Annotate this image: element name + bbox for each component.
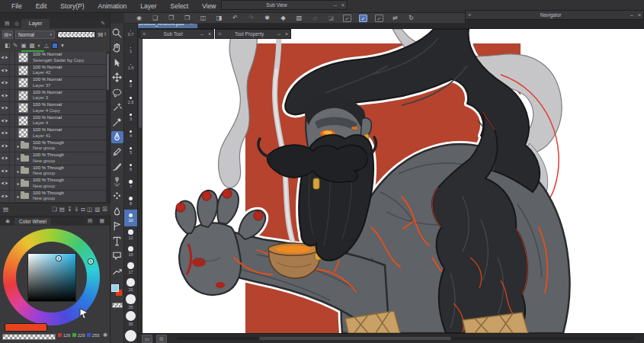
layer-search-icon[interactable]: ◎: [12, 19, 21, 28]
balloon-tool[interactable]: [111, 250, 123, 262]
panel-list-icon[interactable]: ▤: [3, 204, 8, 215]
panel-menu-icon[interactable]: ≡: [466, 12, 473, 18]
layer-row[interactable]: 100 % NormalLayer 4: [0, 115, 107, 128]
settings-icon[interactable]: ✱: [260, 13, 274, 23]
canvas[interactable]: [143, 29, 644, 333]
layer-visible-icon[interactable]: [0, 90, 10, 102]
sv-cursor[interactable]: [56, 256, 61, 261]
transparent-swatch[interactable]: [112, 303, 123, 308]
transparent-color-swatch[interactable]: [2, 334, 56, 340]
rotate-canvas-icon[interactable]: ↻: [404, 13, 418, 23]
brush-size-3[interactable]: 3: [124, 109, 137, 126]
layer-check-cell[interactable]: [10, 140, 15, 152]
canvas-vertical-scrollbar[interactable]: [138, 29, 143, 333]
new-layer-icon[interactable]: ❏: [52, 204, 57, 215]
brush-size-20[interactable]: 20: [124, 277, 137, 293]
layer-visible-icon[interactable]: [0, 65, 10, 77]
correct-line-tool[interactable]: [111, 264, 123, 277]
operation-tool[interactable]: [111, 56, 123, 69]
brush-size-12[interactable]: 12: [124, 226, 137, 243]
layer-check-cell[interactable]: [10, 152, 15, 165]
layer-check-cell[interactable]: [10, 127, 15, 139]
hue-cursor[interactable]: [88, 259, 93, 264]
brush-size-2.5[interactable]: 2.5: [124, 92, 137, 109]
minimize-icon[interactable]: –: [628, 11, 636, 19]
eyedropper-tool[interactable]: [111, 116, 123, 128]
layer-check-cell[interactable]: [10, 52, 15, 64]
minimize-icon[interactable]: –: [275, 30, 283, 38]
color-set-tab-icon[interactable]: ▦: [97, 216, 107, 226]
canvas-horizontal-scrollbar[interactable]: [177, 337, 634, 340]
foreground-color-swatch[interactable]: [111, 284, 119, 292]
layer-check-cell[interactable]: [10, 178, 15, 190]
export-icon[interactable]: ◫: [196, 13, 210, 23]
blend-tool[interactable]: [111, 205, 123, 217]
layer-row[interactable]: ▸100 % ThroughNew group: [0, 191, 107, 204]
layer-row[interactable]: 100 % NormalLayer 37: [0, 77, 107, 90]
layer-row[interactable]: ▸100 % ThroughNew group: [0, 165, 107, 178]
color-slider-tab-icon[interactable]: ▤: [85, 216, 95, 226]
new-folder-icon[interactable]: ▤: [59, 204, 65, 215]
layer-visible-icon[interactable]: [0, 140, 10, 152]
minimize-icon[interactable]: –: [198, 30, 206, 38]
new-file-icon[interactable]: ❏: [148, 13, 162, 23]
layer-row[interactable]: 100 % NormalLayer 3: [0, 90, 107, 103]
decoration-tool[interactable]: [111, 191, 123, 203]
delete-layer-icon[interactable]: ☒: [102, 204, 107, 215]
brush-size-4[interactable]: 4: [124, 126, 137, 143]
snap-grid-icon[interactable]: ✓: [375, 14, 383, 22]
brush-size-0.7[interactable]: 0.7: [124, 25, 137, 42]
brush-size-next[interactable]: [124, 327, 137, 343]
menu-file[interactable]: File: [5, 0, 29, 13]
brush-size-25[interactable]: 25: [124, 293, 137, 310]
brush-size-15[interactable]: 15: [124, 243, 137, 260]
sub-view-titlebar[interactable]: Sub View – ×: [221, 0, 348, 10]
layer-check-cell[interactable]: [10, 165, 15, 178]
combine-mode-icon[interactable]: ▦▾: [2, 30, 13, 39]
lock-layer-icon[interactable]: ▣: [21, 41, 26, 50]
layer-check-cell[interactable]: [10, 115, 15, 127]
layer-check-cell[interactable]: [10, 102, 15, 114]
brush-size-7[interactable]: 7: [124, 176, 137, 193]
hand-tool[interactable]: [111, 42, 123, 54]
panel-menu-icon[interactable]: ≡: [216, 31, 223, 37]
close-icon[interactable]: ×: [339, 1, 347, 9]
layer-visible-icon[interactable]: [0, 102, 10, 114]
layer-row[interactable]: ▸100 % ThroughNew group: [0, 152, 107, 165]
menu-view[interactable]: View: [195, 0, 223, 13]
opacity-down-icon[interactable]: ▼: [104, 34, 106, 37]
brush-size-8[interactable]: 8: [124, 193, 137, 210]
redo-icon[interactable]: ↷: [244, 13, 258, 23]
snap-special-ruler-icon[interactable]: ✓: [359, 14, 367, 22]
brush-size-1.5[interactable]: 1.5: [124, 59, 137, 75]
disabled-icon-1[interactable]: ▱: [308, 13, 322, 23]
brush-size-6[interactable]: 6: [124, 159, 137, 176]
brush-size-10[interactable]: 10: [124, 210, 137, 226]
navigator-titlebar[interactable]: ≡ Navigator – ×: [465, 10, 644, 20]
brush-size-2[interactable]: 2: [124, 75, 137, 92]
lock-alpha-icon[interactable]: ▩: [29, 41, 34, 50]
selection-tool[interactable]: [111, 86, 123, 98]
create-mask-icon[interactable]: ◘: [82, 204, 85, 215]
publish-icon[interactable]: ◨: [212, 13, 226, 23]
layer-row[interactable]: 100 % NormalLayer 42: [0, 65, 107, 78]
saturation-value-square[interactable]: [27, 253, 76, 302]
layer-visible-icon[interactable]: [0, 115, 10, 127]
sub-tool-titlebar[interactable]: ≡ Sub Tool – ×: [139, 29, 214, 39]
current-color-swatch[interactable]: [5, 323, 47, 332]
blend-mode-select[interactable]: Normal ▾: [15, 30, 55, 39]
brush-size-1[interactable]: 1: [124, 42, 137, 59]
merge-down-icon[interactable]: ⇓: [74, 204, 78, 215]
layer-visible-icon[interactable]: [0, 191, 10, 203]
selection-launcher-icon[interactable]: ▧: [292, 13, 306, 23]
menu-animation[interactable]: Animation: [91, 0, 134, 13]
layer-row[interactable]: ▸100 % ThroughNew group: [0, 178, 107, 191]
layer-row[interactable]: ▸100 % ThroughNew group: [0, 140, 107, 153]
clip-studio-icon[interactable]: ◉: [132, 13, 146, 23]
layer-row[interactable]: 100 % NormalLayer 41: [0, 127, 107, 140]
layer-check-cell[interactable]: [10, 90, 15, 102]
apply-mask-icon[interactable]: ◫: [87, 204, 92, 215]
close-icon[interactable]: ×: [283, 30, 290, 38]
menu-edit[interactable]: Edit: [29, 0, 54, 13]
open-file-icon[interactable]: ❐: [164, 13, 178, 23]
